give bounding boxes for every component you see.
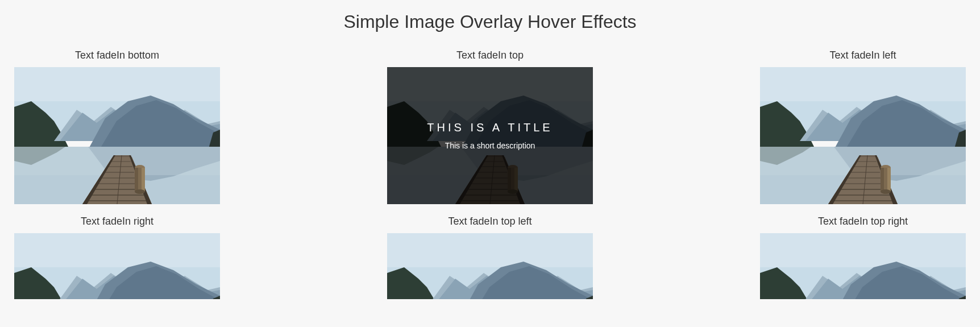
card-label: Text fadeIn top right xyxy=(760,216,966,227)
lake-dock-image xyxy=(14,233,220,299)
image-hover-target[interactable] xyxy=(760,233,966,299)
card-fadein-right: Text fadeIn right xyxy=(14,216,220,299)
card-label: Text fadeIn bottom xyxy=(14,49,220,61)
card-fadein-bottom: Text fadeIn bottom xyxy=(14,49,220,204)
card-label: Text fadeIn top xyxy=(387,49,593,61)
image-hover-target[interactable] xyxy=(14,233,220,299)
card-fadein-top-right: Text fadeIn top right xyxy=(760,216,966,299)
card-fadein-top: Text fadeIn top THIS IS A TITLE This is … xyxy=(387,49,593,204)
gallery-container: Text fadeIn bottom Text fadeIn top THIS … xyxy=(0,49,980,299)
card-label: Text fadeIn left xyxy=(760,49,966,61)
lake-dock-image xyxy=(14,67,220,204)
card-fadein-top-left: Text fadeIn top left xyxy=(387,216,593,299)
overlay-title: THIS IS A TITLE xyxy=(427,121,553,134)
lake-dock-image xyxy=(760,67,966,204)
gallery-row-2: Text fadeIn right Text fadeIn top left T… xyxy=(14,216,966,299)
gallery-row-1: Text fadeIn bottom Text fadeIn top THIS … xyxy=(14,49,966,204)
card-label: Text fadeIn top left xyxy=(387,216,593,227)
page-title: Simple Image Overlay Hover Effects xyxy=(0,0,980,38)
card-label: Text fadeIn right xyxy=(14,216,220,227)
image-hover-target[interactable] xyxy=(760,67,966,204)
card-fadein-left: Text fadeIn left xyxy=(760,49,966,204)
overlay-description: This is a short description xyxy=(445,141,535,150)
hover-overlay: THIS IS A TITLE This is a short descript… xyxy=(387,67,593,204)
lake-dock-image xyxy=(760,233,966,299)
image-hover-target[interactable] xyxy=(387,233,593,299)
image-hover-target[interactable] xyxy=(14,67,220,204)
lake-dock-image xyxy=(387,233,593,299)
image-hover-target[interactable]: THIS IS A TITLE This is a short descript… xyxy=(387,67,593,204)
